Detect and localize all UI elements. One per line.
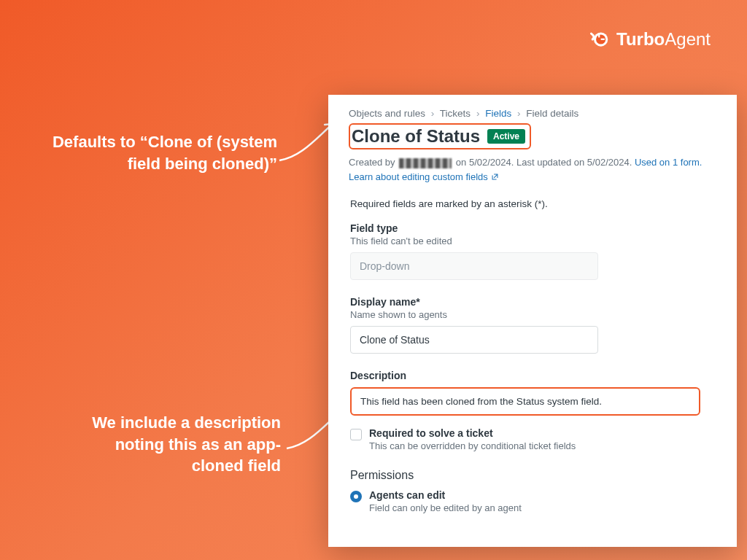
crumb-fields[interactable]: Fields bbox=[485, 108, 511, 119]
display-name-input[interactable] bbox=[350, 326, 598, 354]
field-type-sublabel: This field can't be edited bbox=[350, 236, 715, 246]
meta-line: Created by on 5/02/2024. Last updated on… bbox=[349, 155, 716, 170]
agents-edit-radio[interactable] bbox=[350, 491, 362, 502]
status-badge: Active bbox=[487, 129, 525, 144]
required-solve-label: Required to solve a ticket bbox=[369, 427, 576, 439]
svg-rect-3 bbox=[601, 39, 605, 40]
display-name-label: Display name* bbox=[350, 296, 715, 308]
title-highlight: Clone of Status Active bbox=[349, 123, 531, 149]
required-solve-row[interactable]: Required to solve a ticket This can be o… bbox=[350, 427, 715, 451]
brand-icon bbox=[589, 29, 609, 50]
page-title: Clone of Status bbox=[352, 126, 480, 147]
annotation-description: We include a description noting this as … bbox=[69, 412, 281, 477]
crumb-objects[interactable]: Objects and rules bbox=[349, 108, 425, 119]
field-type-value: Drop-down bbox=[350, 252, 598, 280]
redacted-author bbox=[399, 158, 452, 168]
crumb-details: Field details bbox=[526, 108, 578, 119]
annotation-title: Defaults to “Clone of (system field bein… bbox=[51, 131, 277, 174]
required-solve-sub: This can be overridden by conditional ti… bbox=[369, 440, 576, 451]
brand-name: TurboAgent bbox=[616, 29, 711, 50]
permissions-heading: Permissions bbox=[350, 469, 715, 482]
form-body: Required fields are marked by an asteris… bbox=[349, 198, 716, 513]
external-link-icon bbox=[491, 173, 499, 181]
agents-edit-sub: Field can only be edited by an agent bbox=[369, 502, 522, 513]
brand-logo: TurboAgent bbox=[589, 29, 711, 50]
learn-link[interactable]: Learn about editing custom fields bbox=[349, 171, 499, 182]
svg-rect-2 bbox=[598, 34, 600, 37]
required-solve-checkbox[interactable] bbox=[350, 429, 362, 440]
agents-edit-label: Agents can edit bbox=[369, 489, 522, 501]
display-name-sublabel: Name shown to agents bbox=[350, 309, 715, 320]
field-type-label: Field type bbox=[350, 222, 715, 234]
required-note: Required fields are marked by an asteris… bbox=[350, 198, 715, 209]
description-highlight[interactable]: This field has been cloned from the Stat… bbox=[350, 387, 700, 416]
crumb-tickets[interactable]: Tickets bbox=[440, 108, 471, 119]
breadcrumb: Objects and rules › Tickets › Fields › F… bbox=[349, 108, 716, 119]
agents-edit-row[interactable]: Agents can edit Field can only be edited… bbox=[350, 489, 715, 513]
used-on-link[interactable]: Used on 1 form. bbox=[635, 157, 703, 168]
description-label: Description bbox=[350, 370, 715, 381]
field-details-panel: Objects and rules › Tickets › Fields › F… bbox=[328, 95, 737, 547]
